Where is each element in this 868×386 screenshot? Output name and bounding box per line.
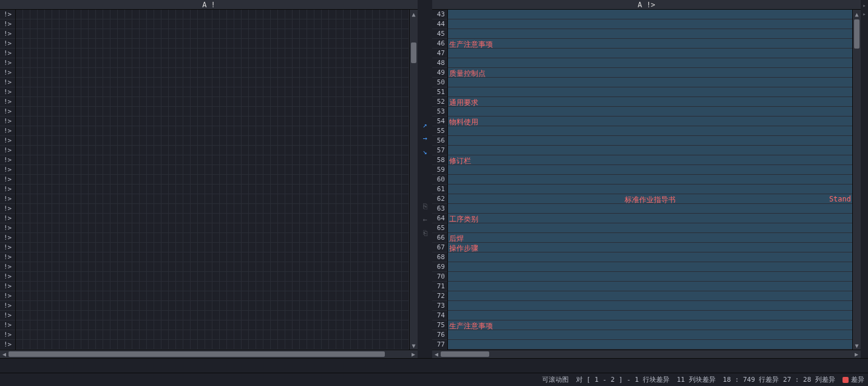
table-row[interactable] xyxy=(16,272,409,282)
scroll-down-icon[interactable]: ▼ xyxy=(410,341,418,350)
table-row[interactable] xyxy=(16,233,409,243)
table-row[interactable] xyxy=(16,194,409,204)
table-row[interactable] xyxy=(16,165,409,175)
right-rows[interactable]: 生产注意事项质量控制点通用要求物料使用修订栏标准作业指导书Stand工序类别后焊… xyxy=(448,10,852,350)
scroll-track[interactable] xyxy=(8,350,409,358)
table-row[interactable] xyxy=(448,126,852,136)
table-row[interactable] xyxy=(16,29,409,39)
scroll-track[interactable] xyxy=(441,350,852,358)
table-row[interactable] xyxy=(16,175,409,185)
table-row[interactable] xyxy=(448,107,852,117)
right-vertical-scrollbar[interactable]: ▲ ▼ xyxy=(852,10,861,350)
table-row[interactable] xyxy=(16,330,409,340)
table-row[interactable] xyxy=(16,214,409,223)
scroll-thumb[interactable] xyxy=(411,42,416,63)
table-row[interactable] xyxy=(448,78,852,87)
scroll-up-icon[interactable]: ▲ xyxy=(853,10,861,18)
table-row[interactable] xyxy=(448,165,852,175)
table-row[interactable] xyxy=(16,107,409,117)
table-row[interactable] xyxy=(448,223,852,233)
table-row[interactable] xyxy=(16,252,409,262)
table-row[interactable] xyxy=(448,262,852,272)
table-row[interactable] xyxy=(448,10,852,19)
right-horizontal-scrollbar[interactable]: ◀ ▶ xyxy=(432,350,861,358)
table-row[interactable] xyxy=(16,291,409,301)
table-row[interactable] xyxy=(448,204,852,214)
table-row[interactable] xyxy=(16,146,409,155)
table-row[interactable] xyxy=(448,301,852,311)
table-row[interactable] xyxy=(16,39,409,49)
sync-prev-icon[interactable]: ↗ xyxy=(421,121,429,129)
line-number: 56 xyxy=(432,136,447,146)
table-row[interactable]: 后焊 xyxy=(448,233,852,243)
table-row[interactable] xyxy=(448,87,852,97)
copy-left-icon[interactable]: ⎗ xyxy=(421,229,429,237)
table-row[interactable]: 生产注意事项 xyxy=(448,39,852,49)
scroll-thumb[interactable] xyxy=(8,351,385,357)
table-row[interactable]: 物料使用 xyxy=(448,117,852,126)
table-row[interactable] xyxy=(448,49,852,58)
table-row[interactable]: 通用要求 xyxy=(448,97,852,107)
table-row[interactable]: 标准作业指导书Stand xyxy=(448,194,852,204)
sync-left-icon[interactable]: ← xyxy=(421,215,429,224)
table-row[interactable] xyxy=(16,19,409,29)
scroll-right-icon[interactable]: ▶ xyxy=(852,350,861,359)
table-row[interactable] xyxy=(16,243,409,252)
table-row[interactable] xyxy=(448,146,852,155)
status-col-block-diff: 11 列块差异 xyxy=(677,375,716,384)
table-row[interactable] xyxy=(16,223,409,233)
scroll-left-icon[interactable]: ◀ xyxy=(432,350,441,359)
table-row[interactable] xyxy=(448,282,852,291)
scroll-up-icon[interactable]: ▲ xyxy=(410,10,418,18)
table-row[interactable] xyxy=(16,204,409,214)
table-row[interactable] xyxy=(16,10,409,19)
table-row[interactable] xyxy=(448,340,852,350)
sync-right-icon[interactable]: → xyxy=(421,134,429,143)
table-row[interactable] xyxy=(448,136,852,146)
table-row[interactable] xyxy=(16,136,409,146)
table-row[interactable] xyxy=(16,117,409,126)
table-row[interactable] xyxy=(16,58,409,68)
table-row[interactable] xyxy=(16,340,409,350)
left-horizontal-scrollbar[interactable]: ◀ ▶ xyxy=(0,350,418,358)
table-row[interactable] xyxy=(448,19,852,29)
table-row[interactable] xyxy=(16,68,409,78)
table-row[interactable] xyxy=(16,320,409,330)
table-row[interactable]: 生产注意事项 xyxy=(448,320,852,330)
table-row[interactable] xyxy=(448,29,852,39)
table-row[interactable] xyxy=(448,58,852,68)
table-row[interactable]: 工序类别 xyxy=(448,214,852,223)
table-row[interactable] xyxy=(16,185,409,194)
right-grid[interactable]: 4344454647484950515253545556575859606162… xyxy=(432,10,861,350)
table-row[interactable] xyxy=(448,175,852,185)
table-row[interactable] xyxy=(16,262,409,272)
scroll-left-icon[interactable]: ◀ xyxy=(0,350,8,359)
table-row[interactable] xyxy=(16,87,409,97)
left-grid[interactable]: !>!>!>!>!>!>!>!>!>!>!>!>!>!>!>!>!>!>!>!>… xyxy=(0,10,418,350)
table-row[interactable] xyxy=(448,330,852,340)
table-row[interactable] xyxy=(16,155,409,165)
table-row[interactable] xyxy=(16,301,409,311)
scroll-thumb[interactable] xyxy=(441,351,489,357)
table-row[interactable] xyxy=(16,97,409,107)
table-row[interactable] xyxy=(448,311,852,320)
table-row[interactable] xyxy=(448,185,852,194)
table-row[interactable]: 修订栏 xyxy=(448,155,852,165)
table-row[interactable]: 质量控制点 xyxy=(448,68,852,78)
scroll-thumb[interactable] xyxy=(854,19,860,49)
table-row[interactable] xyxy=(448,291,852,301)
table-row[interactable] xyxy=(16,49,409,58)
table-row[interactable] xyxy=(448,252,852,262)
table-row[interactable] xyxy=(16,126,409,136)
table-row[interactable] xyxy=(16,311,409,320)
scroll-right-icon[interactable]: ▶ xyxy=(409,350,418,359)
scroll-down-icon[interactable]: ▼ xyxy=(853,341,861,350)
left-rows[interactable] xyxy=(16,10,409,350)
copy-right-icon[interactable]: ⎘ xyxy=(421,202,429,211)
table-row[interactable] xyxy=(448,272,852,282)
table-row[interactable] xyxy=(16,282,409,291)
table-row[interactable] xyxy=(16,78,409,87)
sync-next-icon[interactable]: ↘ xyxy=(421,147,429,156)
table-row[interactable]: 操作步骤 xyxy=(448,243,852,252)
left-vertical-scrollbar[interactable]: ▲ ▼ xyxy=(409,10,418,350)
